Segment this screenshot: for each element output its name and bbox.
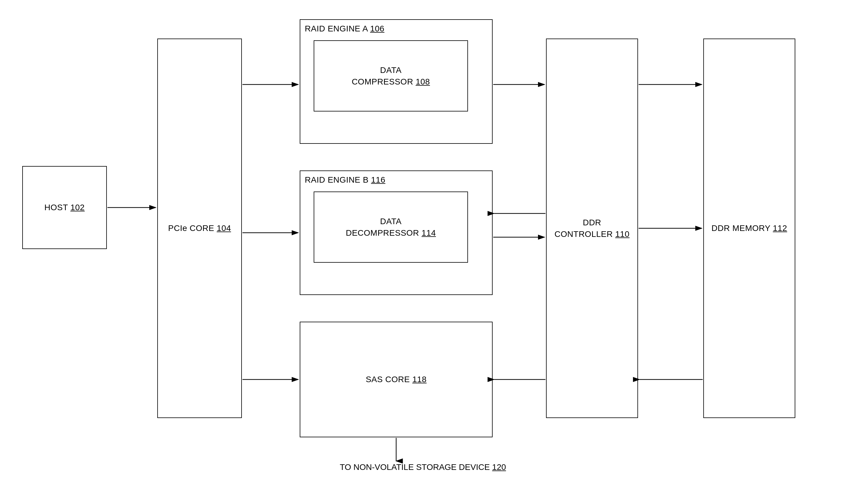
- data-decompressor-ref: 114: [422, 228, 436, 237]
- diagram: HOST 102 PCIe CORE 104 RAID ENGINE A 106…: [0, 0, 868, 496]
- ddr-controller-ref: 110: [615, 230, 629, 239]
- ddr-memory-ref: 112: [773, 223, 787, 233]
- pcie-core-label: PCIe CORE 104: [168, 222, 231, 234]
- raid-engine-a-label: RAID ENGINE A 106: [305, 23, 384, 34]
- data-decompressor-block: DATADECOMPRESSOR 114: [314, 191, 468, 263]
- storage-ref: 120: [492, 463, 506, 472]
- sas-core-label: SAS CORE 118: [365, 374, 426, 385]
- raid-engine-b-label: RAID ENGINE B 116: [305, 174, 385, 186]
- sas-core-ref: 118: [412, 375, 426, 384]
- sas-core-block: SAS CORE 118: [300, 322, 493, 437]
- data-compressor-ref: 108: [416, 77, 430, 86]
- storage-label: TO NON-VOLATILE STORAGE DEVICE 120: [326, 463, 519, 472]
- ddr-memory-label: DDR MEMORY 112: [712, 222, 787, 234]
- raid-engine-a-ref: 106: [370, 24, 384, 33]
- ddr-controller-label: DDRCONTROLLER 110: [555, 217, 630, 240]
- ddr-memory-block: DDR MEMORY 112: [703, 38, 795, 418]
- data-compressor-label: DATACOMPRESSOR 108: [351, 64, 430, 88]
- ddr-controller-block: DDRCONTROLLER 110: [546, 38, 638, 418]
- data-decompressor-label: DATADECOMPRESSOR 114: [346, 216, 436, 239]
- raid-engine-a-block: RAID ENGINE A 106 DATACOMPRESSOR 108: [300, 19, 493, 144]
- pcie-core-ref: 104: [216, 223, 231, 233]
- host-block: HOST 102: [22, 166, 107, 249]
- raid-engine-b-ref: 116: [371, 175, 385, 184]
- pcie-core-block: PCIe CORE 104: [157, 38, 242, 418]
- host-label: HOST 102: [45, 202, 85, 213]
- raid-engine-b-block: RAID ENGINE B 116 DATADECOMPRESSOR 114: [300, 170, 493, 295]
- data-compressor-block: DATACOMPRESSOR 108: [314, 40, 468, 111]
- host-ref: 102: [70, 203, 85, 212]
